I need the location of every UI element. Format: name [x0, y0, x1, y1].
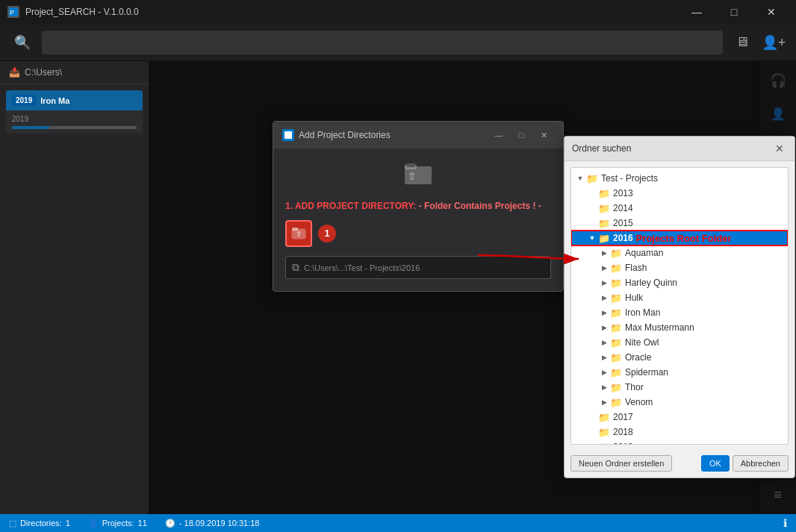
status-info: ℹ: [783, 516, 787, 530]
cancel-button[interactable]: Abbrechen: [733, 455, 789, 472]
tree-label-harley-quinn: Harley Quinn: [625, 278, 677, 288]
dialog-close[interactable]: ✕: [533, 128, 554, 143]
tree-item-2019[interactable]: 📁 2019: [571, 439, 788, 444]
toggle-aquaman[interactable]: [598, 247, 610, 259]
dialog-add-project: Add Project Directories — □ ✕: [273, 121, 564, 292]
tree-item-2018[interactable]: 📁 2018: [571, 425, 788, 439]
tree-label-oracle: Oracle: [625, 352, 651, 363]
svg-text:⇧: ⇧: [408, 170, 417, 182]
toggle-nite-owl[interactable]: [598, 337, 610, 348]
folder-icon-2017: 📁: [598, 412, 610, 423]
toggle-flash[interactable]: [598, 262, 610, 274]
info-icon: ℹ: [783, 517, 787, 529]
user-add-icon[interactable]: 👤+: [760, 29, 787, 56]
folder-browser-title-bar: Ordner suchen ✕: [565, 137, 795, 161]
window-controls: — □ ✕: [680, 0, 789, 24]
step-highlight: - Folder Contains Projects ! -: [419, 201, 541, 211]
svg-rect-5: [406, 163, 415, 167]
tree-item-hulk[interactable]: 📁 Hulk: [571, 290, 788, 305]
svg-text:⇧: ⇧: [296, 230, 302, 238]
folder-icon-hulk: 📁: [610, 292, 622, 304]
tree-item-2014[interactable]: 📁 2014: [571, 201, 788, 216]
tree-item-2013[interactable]: 📁 2013: [571, 186, 788, 201]
toggle-thor[interactable]: [598, 381, 610, 393]
folder-icon-oracle: 📁: [610, 352, 622, 363]
folder-icon-spiderman: 📁: [610, 367, 622, 378]
toggle-spiderman[interactable]: [598, 366, 610, 378]
tree-item-2016[interactable]: 📁 2016 Projects Root Folder: [571, 231, 788, 245]
tree-label-nite-owl: Nite Owl: [625, 337, 659, 348]
folder-browser-footer: Neuen Ordner erstellen OK Abbrechen: [565, 451, 795, 478]
search-icon[interactable]: 🔍: [9, 29, 36, 56]
toggle-iron-man[interactable]: [598, 307, 610, 319]
dialog-action-row: ⇧ 1: [285, 220, 551, 247]
maximize-button[interactable]: □: [717, 0, 751, 24]
dialog-minimize[interactable]: —: [488, 128, 509, 143]
root-folder-label: Projects Root Folder: [636, 233, 732, 244]
minimize-button[interactable]: —: [680, 0, 714, 24]
search-input[interactable]: [42, 31, 723, 54]
folder-tree[interactable]: 📁 Test - Projects 📁 2013 📁: [571, 168, 788, 444]
folder-icon-thor: 📁: [610, 382, 622, 393]
folder-icon-nite-owl: 📁: [610, 337, 622, 348]
tree-item-2015[interactable]: 📁 2015: [571, 216, 788, 231]
folder-browser-close-button[interactable]: ✕: [772, 141, 787, 156]
tree-label-spiderman: Spiderman: [625, 367, 668, 378]
add-folder-button[interactable]: ⇧: [285, 220, 312, 247]
toggle-venom[interactable]: [598, 396, 610, 408]
folder-icon-venom: 📁: [610, 397, 622, 408]
title-bar-left: P Project_SEARCH - V.1.0.0.0: [7, 6, 139, 18]
tree-item-2017[interactable]: 📁 2017: [571, 410, 788, 425]
monitor-icon[interactable]: 🖥: [729, 29, 756, 56]
tree-item-root[interactable]: 📁 Test - Projects: [571, 171, 788, 186]
project-card-ironman[interactable]: 2019 Iron Ma 2019: [6, 90, 143, 134]
tree-item-flash[interactable]: 📁 Flash: [571, 260, 788, 275]
tree-item-oracle[interactable]: 📁 Oracle: [571, 350, 788, 365]
toggle-max-mustermann[interactable]: [598, 322, 610, 334]
tree-label-2019: 2019: [613, 442, 633, 444]
tree-item-harley-quinn[interactable]: 📁 Harley Quinn: [571, 275, 788, 290]
tree-label-2015: 2015: [613, 218, 633, 228]
title-bar: P Project_SEARCH - V.1.0.0.0 — □ ✕: [0, 0, 796, 24]
copy-icon: ⧉: [292, 261, 299, 274]
tree-label-2017: 2017: [613, 412, 633, 422]
directories-value: 1: [66, 519, 70, 528]
footer-right-buttons: OK Abbrechen: [701, 455, 789, 472]
dialog-maximize[interactable]: □: [511, 128, 532, 143]
close-button[interactable]: ✕: [754, 0, 789, 24]
dialog-title: Add Project Directories: [299, 130, 488, 140]
tree-item-iron-man[interactable]: 📁 Iron Man: [571, 305, 788, 320]
tree-item-spiderman[interactable]: 📁 Spiderman: [571, 365, 788, 380]
folder-browser-title: Ordner suchen: [572, 143, 631, 154]
tree-item-max-mustermann[interactable]: 📁 Max Mustermann: [571, 320, 788, 335]
dialog-icon: [282, 129, 294, 141]
toggle-2016[interactable]: [586, 232, 598, 244]
svg-rect-2: [284, 131, 292, 139]
tree-item-venom[interactable]: 📁 Venom: [571, 395, 788, 410]
dialog-title-bar: Add Project Directories — □ ✕: [273, 122, 563, 148]
tree-item-aquaman[interactable]: 📁 Aquaman: [571, 245, 788, 260]
toggle-root[interactable]: [574, 172, 586, 184]
tree-item-thor[interactable]: 📁 Thor: [571, 380, 788, 395]
add-directory-button[interactable]: 📥 C:\Users\: [0, 61, 149, 84]
content-area: 📥 C:\Users\ 2019 Iron Ma 2019: [0, 61, 796, 514]
toggle-harley-quinn[interactable]: [598, 277, 610, 289]
folder-icon-flash: 📁: [610, 263, 622, 274]
tree-item-nite-owl[interactable]: 📁 Nite Owl: [571, 335, 788, 350]
new-folder-button[interactable]: Neuen Ordner erstellen: [570, 455, 672, 472]
toggle-hulk[interactable]: [598, 292, 610, 304]
add-dir-icon: 📥: [9, 67, 20, 78]
tree-label-thor: Thor: [625, 382, 644, 392]
date-icon: 🕐: [165, 519, 175, 528]
path-text: C:\Users\...\Test - Projects\2016: [304, 263, 544, 272]
folder-icon-2019: 📁: [598, 442, 610, 445]
tree-label-aquaman: Aquaman: [625, 248, 663, 258]
dialog-step-label: 1. ADD PROJECT DIRECTORY: - Folder Conta…: [285, 201, 551, 211]
step-badge: 1: [318, 225, 336, 242]
folder-icon-2013: 📁: [598, 188, 610, 199]
tree-label-flash: Flash: [625, 263, 647, 273]
ok-button[interactable]: OK: [701, 455, 730, 472]
directories-label: Directories:: [20, 519, 62, 528]
dialog-folder-browser: Ordner suchen ✕ 📁 Test - Projects: [564, 136, 795, 478]
toggle-oracle[interactable]: [598, 351, 610, 363]
